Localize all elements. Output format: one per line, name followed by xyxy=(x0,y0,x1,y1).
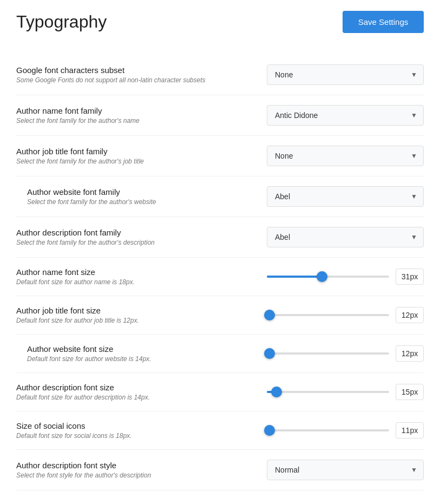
label-author-job-title-font-family: Author job title font family xyxy=(16,147,144,156)
slider-value-author-job-title-font-size: 12px xyxy=(396,307,424,323)
control-author-name-font-family: NoneAbelAntic DidoneRobotoOpen Sans▼ xyxy=(261,105,424,126)
select-wrapper-google-font-subset: NoneLatin ExtendedCyrillicGreekVietnames… xyxy=(267,64,424,85)
slider-thumb-author-description-font-size[interactable] xyxy=(271,387,282,397)
setting-row-author-description-font-size: Author description font sizeDefault font… xyxy=(16,373,424,411)
label-author-name-font-size: Author name font size xyxy=(16,267,135,277)
control-google-font-subset: NoneLatin ExtendedCyrillicGreekVietnames… xyxy=(261,64,424,85)
label-author-website-font-family: Author website font family xyxy=(16,187,156,197)
slider-track-author-name-font-size[interactable] xyxy=(267,276,389,278)
sublabel-author-description-font-size: Default font size for author description… xyxy=(16,394,150,401)
setting-row-author-name-font-size: Author name font sizeDefault font size f… xyxy=(16,258,424,296)
slider-row-author-description-font-size: 15px xyxy=(267,384,424,400)
control-author-description-font-size: 15px xyxy=(261,384,424,400)
page-title: Typography xyxy=(16,12,107,32)
sublabel-author-description-font-family: Select the font family for the author's … xyxy=(16,239,155,246)
slider-value-social-icons-size: 11px xyxy=(396,422,424,438)
label-author-description-font-size: Author description font size xyxy=(16,383,150,392)
label-group-author-name-font-size: Author name font sizeDefault font size f… xyxy=(16,267,135,286)
label-author-description-font-style: Author description font style xyxy=(16,461,151,470)
slider-thumb-author-job-title-font-size[interactable] xyxy=(264,310,275,320)
sublabel-author-website-font-family: Select the font family for the author's … xyxy=(16,198,156,206)
label-group-author-description-font-style: Author description font styleSelect the … xyxy=(16,461,151,479)
sublabel-social-icons-size: Default font size for social icons is 18… xyxy=(16,432,132,440)
sublabel-google-font-subset: Some Google Fonts do not support all non… xyxy=(16,76,206,84)
label-social-icons-size: Size of social icons xyxy=(16,421,132,430)
setting-row-author-website-font-family: Author website font familySelect the fon… xyxy=(16,176,424,217)
slider-row-author-name-font-size: 31px xyxy=(267,269,424,285)
select-wrapper-author-website-font-family: NoneAbelAntic DidoneRobotoOpen Sans▼ xyxy=(267,186,424,207)
slider-value-author-website-font-size: 12px xyxy=(396,345,424,362)
label-author-website-font-size: Author website font size xyxy=(16,344,151,354)
sublabel-author-job-title-font-family: Select the font family for the author's … xyxy=(16,158,144,165)
slider-track-social-icons-size[interactable] xyxy=(267,429,389,431)
setting-row-author-job-title-font-size: Author job title font sizeDefault font s… xyxy=(16,296,424,335)
select-author-description-font-style[interactable]: NormalItalicBoldBold Italic xyxy=(267,460,424,480)
slider-track-author-website-font-size[interactable] xyxy=(267,352,389,355)
control-author-job-title-font-family: NoneAbelAntic DidoneRobotoOpen Sans▼ xyxy=(261,146,424,166)
select-author-job-title-font-family[interactable]: NoneAbelAntic DidoneRobotoOpen Sans xyxy=(267,146,424,166)
label-author-description-font-family: Author description font family xyxy=(16,228,155,237)
control-author-description-font-style: NormalItalicBoldBold Italic▼ xyxy=(261,460,424,480)
control-author-description-font-family: NoneAbelAntic DidoneRobotoOpen Sans▼ xyxy=(261,227,424,247)
label-group-google-font-subset: Google font characters subsetSome Google… xyxy=(16,66,206,84)
label-group-author-description-font-family: Author description font familySelect the… xyxy=(16,228,155,246)
label-group-author-description-font-size: Author description font sizeDefault font… xyxy=(16,383,150,401)
setting-row-author-description-font-style: Author description font styleSelect the … xyxy=(16,450,424,490)
slider-row-author-website-font-size: 12px xyxy=(267,345,424,362)
sublabel-author-name-font-family: Select the font family for the author's … xyxy=(16,117,140,125)
slider-thumb-author-name-font-size[interactable] xyxy=(317,271,327,282)
sublabel-author-job-title-font-size: Default font size for author job title i… xyxy=(16,317,139,324)
settings-list: Google font characters subsetSome Google… xyxy=(16,55,424,490)
select-wrapper-author-description-font-style: NormalItalicBoldBold Italic▼ xyxy=(267,460,424,480)
sublabel-author-website-font-size: Default font size for author website is … xyxy=(16,355,151,363)
select-author-description-font-family[interactable]: NoneAbelAntic DidoneRobotoOpen Sans xyxy=(267,227,424,247)
label-author-job-title-font-size: Author job title font size xyxy=(16,306,139,315)
setting-row-author-name-font-family: Author name font familySelect the font f… xyxy=(16,95,424,136)
label-group-author-name-font-family: Author name font familySelect the font f… xyxy=(16,106,140,125)
slider-row-social-icons-size: 11px xyxy=(267,422,424,438)
slider-thumb-author-website-font-size[interactable] xyxy=(264,348,275,359)
slider-track-author-job-title-font-size[interactable] xyxy=(267,314,389,316)
control-author-job-title-font-size: 12px xyxy=(261,307,424,323)
select-wrapper-author-job-title-font-family: NoneAbelAntic DidoneRobotoOpen Sans▼ xyxy=(267,146,424,166)
label-group-author-job-title-font-size: Author job title font sizeDefault font s… xyxy=(16,306,139,324)
slider-value-author-name-font-size: 31px xyxy=(396,269,424,285)
page-header: Typography Save Settings xyxy=(16,11,424,33)
slider-fill-author-name-font-size xyxy=(267,276,322,278)
save-settings-button-top[interactable]: Save Settings xyxy=(343,11,424,33)
sublabel-author-name-font-size: Default font size for author name is 18p… xyxy=(16,278,135,286)
label-google-font-subset: Google font characters subset xyxy=(16,66,206,75)
setting-row-social-icons-size: Size of social iconsDefault font size fo… xyxy=(16,411,424,450)
setting-row-author-description-font-family: Author description font familySelect the… xyxy=(16,217,424,258)
select-author-website-font-family[interactable]: NoneAbelAntic DidoneRobotoOpen Sans xyxy=(267,186,424,207)
label-author-name-font-family: Author name font family xyxy=(16,106,140,115)
select-wrapper-author-name-font-family: NoneAbelAntic DidoneRobotoOpen Sans▼ xyxy=(267,105,424,126)
setting-row-author-website-font-size: Author website font sizeDefault font siz… xyxy=(16,335,424,373)
setting-row-author-job-title-font-family: Author job title font familySelect the f… xyxy=(16,136,424,176)
select-author-name-font-family[interactable]: NoneAbelAntic DidoneRobotoOpen Sans xyxy=(267,105,424,126)
label-group-author-website-font-family: Author website font familySelect the fon… xyxy=(16,187,156,206)
slider-value-author-description-font-size: 15px xyxy=(396,384,424,400)
slider-track-author-description-font-size[interactable] xyxy=(267,391,389,393)
control-author-name-font-size: 31px xyxy=(261,269,424,285)
label-group-social-icons-size: Size of social iconsDefault font size fo… xyxy=(16,421,132,440)
select-google-font-subset[interactable]: NoneLatin ExtendedCyrillicGreekVietnames… xyxy=(267,64,424,85)
label-group-author-website-font-size: Author website font sizeDefault font siz… xyxy=(16,344,151,363)
control-author-website-font-family: NoneAbelAntic DidoneRobotoOpen Sans▼ xyxy=(261,186,424,207)
sublabel-author-description-font-style: Select the font style for the author's d… xyxy=(16,472,151,479)
slider-thumb-social-icons-size[interactable] xyxy=(264,425,275,436)
label-group-author-job-title-font-family: Author job title font familySelect the f… xyxy=(16,147,144,165)
slider-row-author-job-title-font-size: 12px xyxy=(267,307,424,323)
control-author-website-font-size: 12px xyxy=(261,345,424,362)
setting-row-google-font-subset: Google font characters subsetSome Google… xyxy=(16,55,424,95)
select-wrapper-author-description-font-family: NoneAbelAntic DidoneRobotoOpen Sans▼ xyxy=(267,227,424,247)
control-social-icons-size: 11px xyxy=(261,422,424,438)
